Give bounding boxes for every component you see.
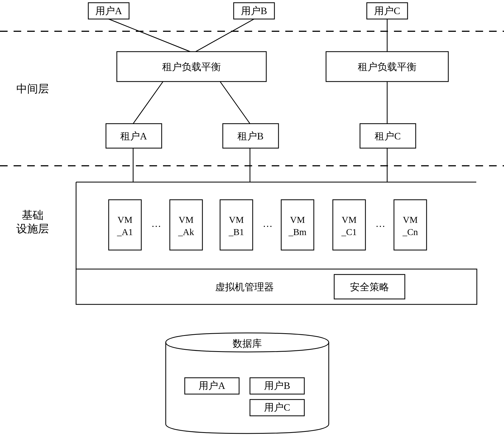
vm-c1-box <box>333 200 365 250</box>
tenant-c-label: 租户C <box>375 131 401 142</box>
vm-cn-l1: VM <box>403 215 418 225</box>
vm-b-dots: … <box>263 218 273 229</box>
vm-a1-box <box>109 200 141 250</box>
vm-ak-box <box>170 200 202 250</box>
vm-a-dots: … <box>151 218 161 229</box>
svg-line-3 <box>133 82 163 124</box>
vm-c1-l1: VM <box>342 215 357 225</box>
tenant-b-label: 租户B <box>237 131 264 142</box>
user-b-label: 用户B <box>241 5 267 16</box>
vm-cn-box <box>394 200 427 250</box>
vm-c-dots: … <box>375 218 385 229</box>
vm-ak-l2: _Ak <box>178 227 194 237</box>
architecture-diagram: 用户A 用户B 用户C 中间层 租户负载平衡 租户负载平衡 租户A 租户B 租户… <box>0 0 504 443</box>
vm-cn-l2: _Cn <box>402 227 418 237</box>
infra-layer-label-2: 设施层 <box>16 223 49 235</box>
vm-bm-box <box>281 200 314 250</box>
user-a-label: 用户A <box>95 5 122 16</box>
vm-a1-l1: VM <box>118 215 133 225</box>
svg-line-4 <box>220 82 250 124</box>
middle-layer-label: 中间层 <box>16 83 49 95</box>
hypervisor-box <box>76 269 477 304</box>
vm-bm-l1: VM <box>290 215 305 225</box>
vm-b1-l1: VM <box>229 215 244 225</box>
vm-b1-l2: _B1 <box>228 227 244 237</box>
infra-layer-label-1: 基础 <box>22 209 43 221</box>
db-user-b-label: 用户B <box>264 380 290 391</box>
tenant-lb-right-label: 租户负载平衡 <box>358 61 417 72</box>
vm-bm-l2: _Bm <box>288 227 306 237</box>
vm-b1-box <box>220 200 253 250</box>
svg-line-0 <box>109 19 190 52</box>
db-user-c-label: 用户C <box>264 402 290 413</box>
vm-ak-l1: VM <box>179 215 194 225</box>
vm-a1-l2: _A1 <box>117 227 133 237</box>
hypervisor-label: 虚拟机管理器 <box>215 282 274 292</box>
security-policy-label: 安全策略 <box>350 282 389 292</box>
tenant-a-label: 租户A <box>120 131 147 142</box>
db-user-a-label: 用户A <box>199 380 225 391</box>
user-c-label: 用户C <box>374 5 400 16</box>
svg-line-1 <box>196 19 254 52</box>
tenant-lb-left-label: 租户负载平衡 <box>162 61 221 72</box>
vm-c1-l2: _C1 <box>341 227 357 237</box>
db-label: 数据库 <box>233 338 262 349</box>
